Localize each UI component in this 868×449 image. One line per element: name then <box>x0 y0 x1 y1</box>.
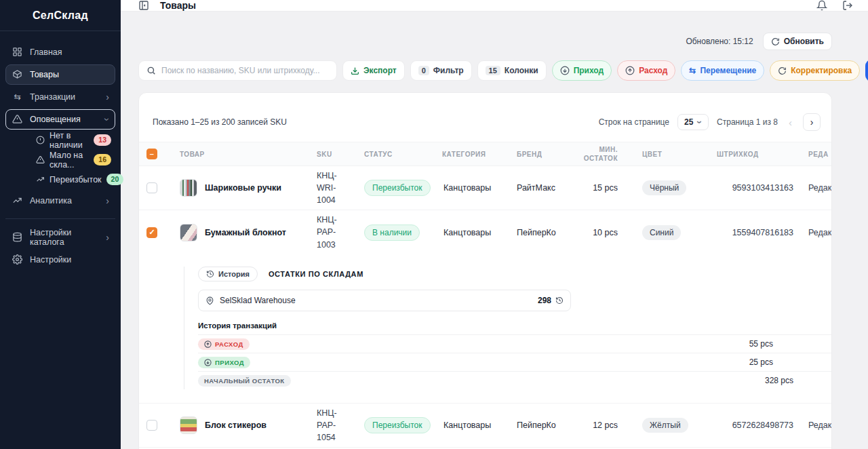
column-header-edit: Реда <box>800 150 832 159</box>
table-row[interactable]: Блок стикеров КНЦ-PAP-1054 Переизбыток К… <box>139 404 831 448</box>
sidebar-item-analytics[interactable]: Аналитика › <box>5 191 115 211</box>
sidebar-subitem-out-of-stock[interactable]: Нет в наличии 13 <box>5 130 115 150</box>
product-name: Блок стикеров <box>205 421 267 430</box>
column-header-product: Товар <box>165 150 309 159</box>
bell-icon[interactable] <box>816 0 827 11</box>
product-category: Канцтовары <box>434 421 509 430</box>
app-window: СелСклад Главная Товары ⇆ Транзакции › <box>0 0 868 449</box>
warehouse-stock-card[interactable]: SelSklad Warehouse 298 <box>198 290 571 311</box>
table-row[interactable]: ✓ Бумажный блокнот КНЦ-PAP-1003 В наличи… <box>139 210 831 254</box>
table-row[interactable]: Шариковые ручки КНЦ-WRI-1004 Переизбыток… <box>139 166 831 210</box>
adjustment-button[interactable]: Корректировка <box>770 60 860 81</box>
row-checkbox[interactable]: ✓ <box>146 227 157 238</box>
product-min-stock: 12 pcs <box>573 421 627 430</box>
count-badge: 13 <box>94 134 111 146</box>
warning-triangle-icon <box>35 155 45 165</box>
products-table-card: Показано 1–25 из 200 записей SKU Строк н… <box>138 92 832 449</box>
pagination: Строк на странице 25 › Страница 1 из 8 ‹… <box>599 113 821 131</box>
arrow-up-circle-icon <box>625 66 635 75</box>
table-summary-row: Показано 1–25 из 200 записей SKU Строк н… <box>139 93 831 142</box>
divider <box>5 218 115 219</box>
history-clock-icon <box>206 270 214 278</box>
transaction-quantity: 25 pcs <box>749 357 831 367</box>
warehouse-quantity: 298 <box>538 296 551 305</box>
filter-button[interactable]: 0 Фильтр <box>410 60 472 81</box>
warehouse-name: SelSklad Warehouse <box>220 296 296 305</box>
product-sku: КНЦ-WRI-1004 <box>309 170 353 206</box>
row-checkbox[interactable] <box>146 182 157 193</box>
chevron-right-icon: › <box>106 92 109 102</box>
sidebar-item-products[interactable]: Товары <box>5 64 115 85</box>
product-brand: ПейперКо <box>509 228 573 237</box>
product-min-stock: 15 pcs <box>573 183 627 193</box>
gear-icon <box>12 254 23 265</box>
divider <box>0 31 121 31</box>
refresh-icon <box>771 37 780 46</box>
arrow-up-circle-icon <box>204 340 212 348</box>
edit-link[interactable]: Редак <box>800 228 832 237</box>
color-badge: Жёлтый <box>642 418 688 433</box>
refresh-button[interactable]: Обновить <box>763 33 832 50</box>
main-area: Товары Обновлено: 15:12 Обновить <box>121 0 868 449</box>
page-indicator: Страница 1 из 8 <box>717 117 778 127</box>
column-header-barcode: Штрихкод <box>695 150 800 159</box>
row-checkbox[interactable] <box>146 420 157 431</box>
prev-page-button[interactable]: ‹ <box>786 117 795 128</box>
transaction-list: РАСХОД 55 pcs ПРИХОД <box>198 334 831 389</box>
sidebar-subitem-overstock[interactable]: Переизбыток 20 <box>5 170 115 189</box>
rows-per-page-select[interactable]: 25 › <box>677 114 709 130</box>
transaction-history-title: История транзакций <box>198 321 831 330</box>
outbound-button[interactable]: Расход <box>617 60 675 81</box>
transfer-button[interactable]: ⇆ Перемещение <box>681 60 764 81</box>
row-detail-panel: История ОСТАТКИ ПО СКЛАДАМ SelSklad Ware… <box>139 254 831 404</box>
product-barcode: 6572628498773 <box>695 421 800 430</box>
arrow-down-circle-icon <box>560 66 570 75</box>
history-tab[interactable]: История <box>198 267 258 281</box>
chevron-right-icon: › <box>106 233 109 242</box>
product-brand: ПейперКо <box>509 421 573 430</box>
transfer-icon: ⇆ <box>12 91 23 102</box>
product-image <box>180 179 197 197</box>
sidebar-item-label: Главная <box>30 47 62 57</box>
updated-at-label: Обновлено: 15:12 <box>686 37 753 46</box>
sidebar-subitem-low-stock[interactable]: Мало на скла... 16 <box>5 150 115 170</box>
sidebar-item-transactions[interactable]: ⇆ Транзакции › <box>5 87 115 107</box>
edit-link[interactable]: Редак <box>800 421 832 430</box>
sidebar-item-catalog-settings[interactable]: Настройки каталога › <box>5 227 115 248</box>
search-icon <box>146 66 156 75</box>
inbound-button[interactable]: Приход <box>552 60 612 81</box>
add-product-button[interactable]: + Добавить товар <box>865 60 868 81</box>
sidebar-nav: Главная Товары ⇆ Транзакции › Оповещения… <box>0 41 121 271</box>
logout-icon[interactable] <box>842 0 853 11</box>
trending-up-icon <box>12 195 23 206</box>
chevron-right-icon: › <box>106 196 109 206</box>
next-page-button[interactable]: › <box>803 113 821 131</box>
transaction-quantity: 328 pcs <box>765 376 831 385</box>
select-all-checkbox[interactable]: – <box>146 149 157 159</box>
topbar-actions <box>816 0 853 11</box>
product-name: Бумажный блокнот <box>205 228 286 237</box>
export-button[interactable]: Экспорт <box>342 60 405 81</box>
topbar: Товары <box>121 0 868 12</box>
sidebar-item-home[interactable]: Главная <box>5 42 115 62</box>
transaction-row: ПРИХОД 25 pcs <box>198 353 831 371</box>
collapse-sidebar-icon[interactable] <box>138 0 149 11</box>
product-category: Канцтовары <box>434 228 509 237</box>
history-clock-icon[interactable] <box>555 296 564 305</box>
count-badge: 16 <box>94 154 111 165</box>
search-input[interactable] <box>161 66 329 75</box>
inbound-tx-badge: ПРИХОД <box>198 357 250 368</box>
content: Обновлено: 15:12 Обновить <box>121 12 868 449</box>
column-header-category: Категория <box>434 150 509 159</box>
sidebar-item-label: Оповещения <box>30 115 81 124</box>
product-barcode: 9593103413163 <box>695 183 800 193</box>
column-header-color: Цвет <box>627 150 695 159</box>
edit-link[interactable]: Редак <box>800 183 832 193</box>
columns-button[interactable]: 15 Колонки <box>477 60 547 81</box>
sidebar-item-alerts[interactable]: Оповещения › <box>5 109 115 130</box>
product-sku: КНЦ-PAP-1054 <box>309 407 353 444</box>
download-icon <box>351 66 359 75</box>
outbound-tx-badge: РАСХОД <box>198 338 250 350</box>
search-box[interactable] <box>138 60 337 81</box>
sidebar-item-settings[interactable]: Настройки <box>5 250 115 270</box>
